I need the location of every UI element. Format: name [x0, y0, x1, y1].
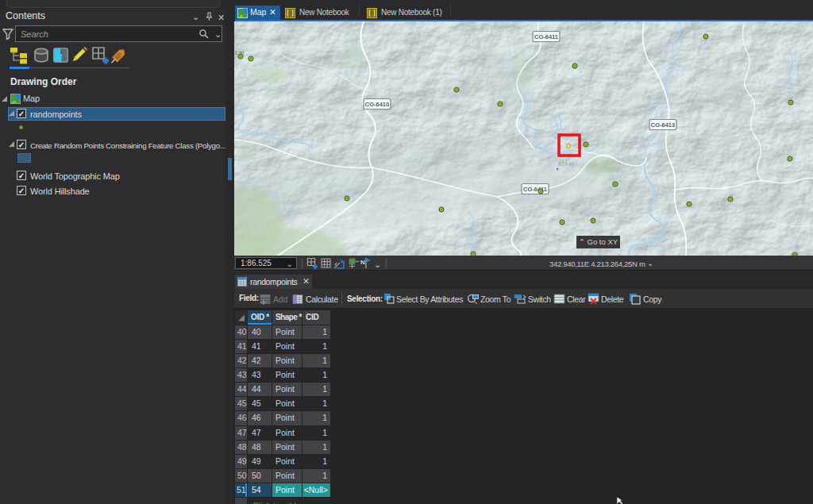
svg-text:CO-6413: CO-6413 — [651, 121, 675, 129]
svg-text:819 m: 819 m — [558, 161, 574, 167]
svg-text:CO-6411: CO-6411 — [534, 33, 558, 40]
svg-text:CO-6410: CO-6410 — [365, 101, 389, 108]
svg-text:N: N — [360, 259, 365, 266]
